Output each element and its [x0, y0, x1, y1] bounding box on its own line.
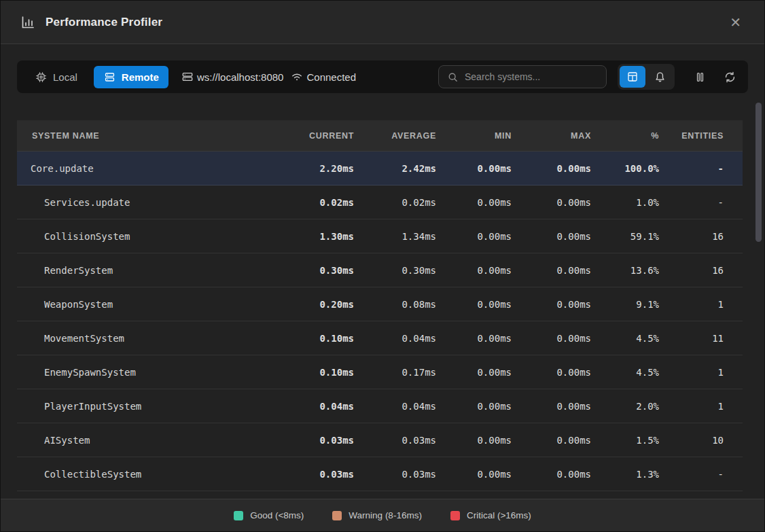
cell-system-name: PlayerInputSystem — [17, 401, 272, 412]
server-icon — [103, 71, 116, 84]
cpu-chip-icon — [35, 71, 48, 84]
refresh-button[interactable] — [718, 65, 741, 88]
legend-item: Critical (>16ms) — [450, 510, 531, 520]
cell-max: 0.00ms — [512, 333, 591, 344]
cell-min: 0.00ms — [436, 435, 512, 446]
column-header: MIN — [436, 131, 512, 141]
cell-percent: 4.5% — [591, 333, 659, 344]
cell-min: 0.00ms — [436, 265, 512, 276]
alerts-button[interactable] — [647, 66, 673, 88]
cell-min: 0.00ms — [436, 469, 512, 480]
cell-max: 0.00ms — [512, 163, 591, 174]
table-row[interactable]: PlayerInputSystem 0.04ms 0.04ms 0.00ms 0… — [17, 389, 743, 423]
view-toggle-group — [618, 64, 675, 90]
table-row[interactable]: MovementSystem 0.10ms 0.04ms 0.00ms 0.00… — [17, 321, 743, 355]
cell-system-name: CollectibleSystem — [17, 469, 272, 480]
cell-average: 1.34ms — [354, 231, 436, 242]
cell-percent: 1.3% — [591, 469, 659, 480]
legend-item: Warning (8-16ms) — [332, 510, 422, 520]
cell-entities: 1 — [659, 299, 724, 310]
connection-status-group: Connected — [290, 70, 356, 84]
column-header: ENTITIES — [659, 131, 724, 141]
legend-label: Critical (>16ms) — [467, 510, 531, 520]
cell-entities: 16 — [659, 231, 724, 242]
refresh-icon — [724, 71, 736, 84]
cell-average: 0.17ms — [354, 367, 436, 378]
cell-current: 0.10ms — [272, 333, 354, 344]
cell-max: 0.00ms — [512, 435, 591, 446]
table-header: SYSTEM NAMECURRENTAVERAGEMINMAX%ENTITIES — [17, 120, 743, 152]
cell-current: 0.03ms — [272, 469, 354, 480]
cell-current: 0.30ms — [272, 265, 354, 276]
cell-min: 0.00ms — [436, 367, 512, 378]
legend-label: Good (<8ms) — [250, 510, 304, 520]
cell-max: 0.00ms — [512, 469, 591, 480]
cell-entities: 1 — [659, 401, 724, 412]
cell-min: 0.00ms — [436, 231, 512, 242]
cell-current: 0.03ms — [272, 435, 354, 446]
remote-mode-button[interactable]: Remote — [94, 66, 168, 88]
wifi-icon — [290, 70, 304, 84]
table-view-icon — [626, 71, 639, 83]
connection-status: Connected — [306, 71, 356, 83]
cell-current: 1.30ms — [272, 231, 354, 242]
table-row[interactable]: CollectibleSystem 0.03ms 0.03ms 0.00ms 0… — [17, 457, 743, 491]
cell-percent: 4.5% — [591, 367, 659, 378]
cell-average: 0.04ms — [354, 401, 436, 412]
local-mode-button[interactable]: Local — [25, 66, 87, 88]
cell-current: 0.02ms — [272, 197, 354, 208]
cell-percent: 1.5% — [591, 435, 659, 446]
titlebar: Performance Profiler ✕ — [1, 1, 764, 44]
cell-max: 0.00ms — [512, 367, 591, 378]
cell-max: 0.00ms — [512, 299, 591, 310]
cell-percent: 13.6% — [591, 265, 659, 276]
cell-min: 0.00ms — [436, 163, 512, 174]
cell-max: 0.00ms — [512, 265, 591, 276]
table-row[interactable]: AISystem 0.03ms 0.03ms 0.00ms 0.00ms 1.5… — [17, 423, 743, 457]
cell-entities: - — [659, 197, 724, 208]
vertical-scrollbar-thumb[interactable] — [755, 103, 762, 242]
cell-current: 0.10ms — [272, 367, 354, 378]
table-row[interactable]: WeaponSystem 0.20ms 0.08ms 0.00ms 0.00ms… — [17, 287, 743, 321]
table-row[interactable]: CollisionSystem 1.30ms 1.34ms 0.00ms 0.0… — [17, 219, 743, 253]
cell-min: 0.00ms — [436, 333, 512, 344]
table-row[interactable]: Services.update 0.02ms 0.02ms 0.00ms 0.0… — [17, 185, 743, 219]
legend-footer: Good (<8ms) Warning (8-16ms) Critical (>… — [1, 499, 764, 531]
local-mode-label: Local — [53, 71, 77, 83]
table-view-button[interactable] — [620, 66, 645, 88]
column-header: AVERAGE — [354, 131, 436, 141]
cell-average: 0.02ms — [354, 197, 436, 208]
cell-min: 0.00ms — [436, 299, 512, 310]
close-button[interactable]: ✕ — [726, 13, 745, 32]
cell-system-name: WeaponSystem — [17, 299, 272, 310]
cell-system-name: CollisionSystem — [17, 231, 272, 242]
column-header: CURRENT — [272, 131, 354, 141]
search-box[interactable] — [438, 65, 607, 88]
systems-table: SYSTEM NAMECURRENTAVERAGEMINMAX%ENTITIES… — [17, 120, 743, 491]
table-row[interactable]: EnemySpawnSystem 0.10ms 0.17ms 0.00ms 0.… — [17, 355, 743, 389]
cell-percent: 9.1% — [591, 299, 659, 310]
cell-min: 0.00ms — [436, 197, 512, 208]
search-icon — [447, 71, 459, 83]
column-header: % — [591, 131, 659, 141]
cell-system-name: RenderSystem — [17, 265, 272, 276]
page-title: Performance Profiler — [46, 16, 716, 29]
performance-profiler-window: { "window": { "title": "Performance Prof… — [0, 0, 765, 532]
cell-average: 0.03ms — [354, 469, 436, 480]
cell-min: 0.00ms — [436, 401, 512, 412]
cell-system-name: Core.update — [17, 163, 272, 174]
cell-current: 0.04ms — [272, 401, 354, 412]
server-icon — [181, 70, 194, 84]
cell-system-name: AISystem — [17, 435, 272, 446]
pause-button[interactable] — [688, 65, 711, 88]
cell-current: 2.20ms — [272, 163, 354, 174]
legend-color-swatch — [332, 511, 342, 520]
cell-current: 0.20ms — [272, 299, 354, 310]
remote-mode-label: Remote — [122, 71, 159, 83]
cell-average: 0.03ms — [354, 435, 436, 446]
table-row[interactable]: RenderSystem 0.30ms 0.30ms 0.00ms 0.00ms… — [17, 253, 743, 287]
bell-icon — [654, 71, 666, 84]
cell-percent: 59.1% — [591, 231, 659, 242]
table-row[interactable]: Core.update 2.20ms 2.42ms 0.00ms 0.00ms … — [17, 152, 743, 185]
search-input[interactable] — [465, 71, 598, 82]
